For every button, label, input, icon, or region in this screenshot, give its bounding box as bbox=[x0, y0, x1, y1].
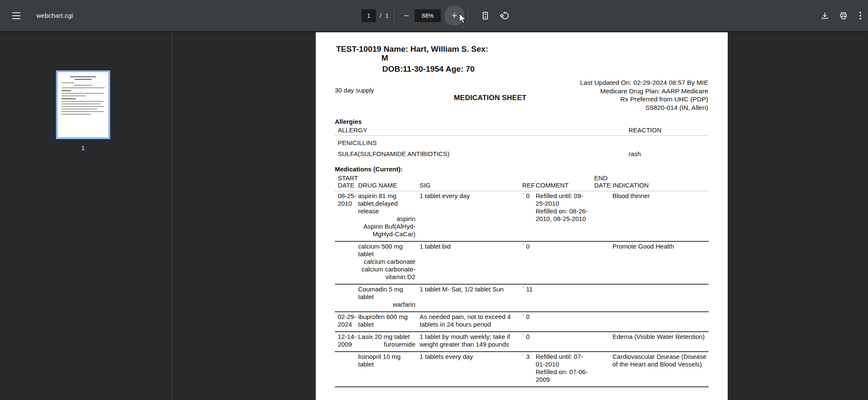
sheet-title: MEDICATION SHEET bbox=[454, 94, 526, 102]
allergies-section: Allergies ALLERGY REACTION PENICILLINSSU… bbox=[335, 118, 709, 158]
col-sig: SIG bbox=[420, 182, 519, 189]
med-drug-generic: calcium carbonate bbox=[358, 258, 415, 266]
thumbnail-selection-border bbox=[56, 70, 110, 139]
med-drug-cell: calcium 500 mg tabletcalcium carbonateca… bbox=[358, 243, 415, 281]
medication-row: Coumadin 5 mg tabletwarfarin1 tablet M- … bbox=[335, 285, 709, 312]
meta-plan-id: S5820-014 (IN, Allen) bbox=[580, 103, 708, 112]
med-drug-generic: aspirin bbox=[358, 215, 415, 223]
more-options-icon[interactable] bbox=[853, 6, 868, 25]
med-comment-line: Refilled until: 09-25-2010 bbox=[536, 192, 591, 207]
toolbar-right bbox=[815, 0, 868, 31]
medication-row: 08-25-2010aspirin 81 mg tablet,delayed r… bbox=[335, 191, 709, 242]
med-start-date: 02-29-2024 bbox=[335, 313, 358, 328]
med-sig: 1 tablet bid bbox=[420, 243, 519, 281]
med-sig: 1 tablet M- Sat, 1/2 tablet Sun bbox=[420, 285, 519, 308]
med-drug-generic: warfarin bbox=[358, 301, 415, 308]
fit-to-page-icon[interactable] bbox=[477, 7, 494, 24]
med-comment-cell: Refilled until: 07-01-2010Refilled on: 0… bbox=[536, 353, 591, 383]
page-thumbnail[interactable]: 1 bbox=[56, 70, 110, 151]
med-end-date bbox=[594, 243, 611, 281]
med-sig: 1 tablet every day bbox=[420, 192, 519, 238]
patient-sex: M bbox=[381, 53, 388, 63]
med-drug-name: Coumadin 5 mg tablet bbox=[358, 285, 415, 301]
menu-icon[interactable] bbox=[8, 7, 25, 24]
med-drug-cell: Coumadin 5 mg tabletwarfarin bbox=[358, 285, 415, 308]
col-comment: COMMENT bbox=[536, 182, 591, 189]
med-comment-cell bbox=[536, 285, 591, 308]
supply-note: 30 day supply bbox=[335, 87, 374, 94]
med-end-date bbox=[594, 285, 611, 308]
med-indication bbox=[612, 285, 709, 308]
reaction-column-header: REACTION bbox=[629, 126, 709, 134]
zoom-in-button[interactable]: + bbox=[444, 6, 465, 26]
toolbar-divider bbox=[394, 8, 394, 23]
pdf-viewport: TEST-10019 Name: Hart, William S. Sex: M… bbox=[172, 31, 868, 400]
allergy-reaction bbox=[629, 139, 709, 147]
rotate-icon[interactable] bbox=[496, 7, 513, 24]
thumbnail-sidebar: 1 bbox=[0, 31, 172, 400]
medications-section: Medications (Current): START DATE DRUG N… bbox=[335, 165, 709, 387]
med-drug-name: Lasix 20 mg tablet bbox=[358, 333, 415, 341]
medications-heading: Medications (Current): bbox=[335, 165, 709, 173]
med-start-date: 12-14-2009 bbox=[335, 333, 358, 348]
download-icon[interactable] bbox=[815, 6, 834, 25]
med-indication bbox=[612, 313, 709, 328]
meta-last-updated: Last Updated On: 02-29-2024 08:57 By MIE bbox=[580, 78, 708, 87]
med-sig: As needed pain, not to exceed 4 tablets … bbox=[420, 313, 519, 328]
med-end-date bbox=[594, 353, 611, 383]
med-sig: 1 tablet by mouth weekly; take if weight… bbox=[420, 333, 519, 348]
col-indication: INDICATION bbox=[612, 182, 709, 189]
med-drug-cell: lisinopril 10 mg tablet bbox=[358, 353, 415, 383]
col-drug-name: DRUG NAME bbox=[358, 182, 415, 189]
med-start-date: 08-25-2010 bbox=[335, 192, 358, 238]
med-indication: Cardiovascular Disease (Disease of the H… bbox=[612, 353, 709, 383]
patient-id-name: TEST-10019 Name: Hart, William S. Sex: bbox=[336, 45, 488, 54]
med-start-date bbox=[335, 285, 358, 308]
med-ref: ` 0 bbox=[522, 243, 535, 281]
med-indication: Promote Good Health bbox=[612, 243, 709, 281]
medications-header-row: START DATE DRUG NAME SIG REF COMMENT END… bbox=[335, 174, 709, 191]
med-end-date bbox=[594, 192, 611, 238]
document-title: webchart.cgi bbox=[36, 12, 73, 19]
page-separator: / bbox=[380, 12, 381, 19]
med-ref: ` 3 bbox=[522, 353, 535, 383]
pdf-page: TEST-10019 Name: Hart, William S. Sex: M… bbox=[316, 32, 728, 400]
med-ref: ` 0 bbox=[522, 333, 535, 348]
medication-rows: 08-25-2010aspirin 81 mg tablet,delayed r… bbox=[335, 191, 709, 387]
allergy-name: SULFA(SULFONAMIDE ANTIBIOTICS) bbox=[335, 150, 629, 158]
thumbnail-page-preview bbox=[58, 72, 108, 137]
allergies-header-row: ALLERGY REACTION bbox=[335, 126, 709, 136]
allergy-reaction: rash bbox=[629, 150, 709, 158]
toolbar-center: 1 / 1 − 88% + bbox=[362, 0, 513, 31]
allergies-heading: Allergies bbox=[335, 118, 709, 125]
med-sig: 1 tablets every day bbox=[420, 353, 519, 383]
med-comment-cell bbox=[536, 313, 591, 328]
med-drug-name: calcium 500 mg tablet bbox=[358, 243, 415, 258]
patient-dob-age: DOB:11-30-1954 Age: 70 bbox=[382, 64, 475, 74]
med-drug-cell: Lasix 20 mg tabletfurosemide bbox=[358, 333, 415, 348]
toolbar-divider bbox=[468, 8, 468, 23]
med-comment-cell bbox=[536, 243, 591, 281]
page-total: 1 bbox=[385, 12, 389, 19]
med-ref: ` 11 bbox=[522, 285, 535, 308]
col-end-date: END DATE bbox=[594, 174, 611, 189]
medication-row: calcium 500 mg tabletcalcium carbonateca… bbox=[335, 242, 709, 285]
med-end-date bbox=[594, 333, 611, 348]
med-comment-cell bbox=[536, 333, 591, 348]
print-icon[interactable] bbox=[834, 6, 853, 25]
col-ref: REF bbox=[522, 182, 535, 189]
med-drug-generic: calcium carbonate-vitamin D2 bbox=[358, 266, 415, 281]
med-comment-line: Refilled until: 07-01-2010 bbox=[536, 353, 591, 368]
page-number-input[interactable]: 1 bbox=[362, 9, 376, 22]
med-indication: Edema (Visible Water Retention) bbox=[612, 333, 709, 348]
med-drug-generic: Aspirin Buf(AlHyd-MgHyd-CaCar) bbox=[358, 223, 415, 238]
medication-row: lisinopril 10 mg tablet1 tablets every d… bbox=[335, 352, 709, 387]
med-start-date bbox=[335, 243, 358, 281]
med-start-date bbox=[335, 353, 358, 383]
sheet-meta: Last Updated On: 02-29-2024 08:57 By MIE… bbox=[580, 78, 708, 112]
med-comment-line: Refilled on: 08-26-2010, 08-25-2010 bbox=[536, 207, 591, 223]
allergy-name: PENICILLINS bbox=[335, 139, 629, 147]
allergy-row: PENICILLINS bbox=[335, 139, 709, 147]
zoom-out-button[interactable]: − bbox=[399, 8, 414, 23]
zoom-level-input[interactable]: 88% bbox=[415, 9, 441, 22]
